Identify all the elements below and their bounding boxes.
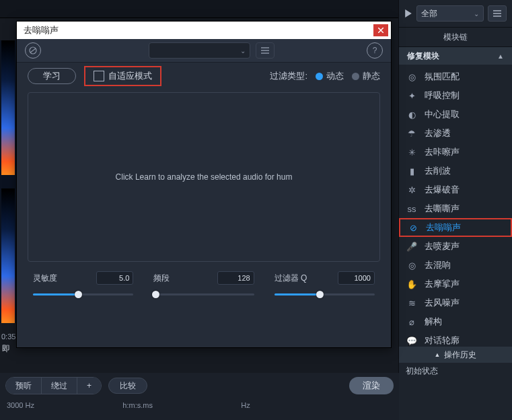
module-icon: ✲ bbox=[406, 185, 418, 195]
dialog-titlebar: 去嗡嗡声 bbox=[17, 22, 391, 39]
module-label: 氛围匹配 bbox=[425, 71, 460, 83]
status-hz-left: 3000 Hz bbox=[7, 401, 34, 409]
module-item-7[interactable]: ss去嘶嘶声 bbox=[399, 199, 512, 218]
filter-dynamic-label: 动态 bbox=[326, 70, 344, 82]
sensitivity-slider: 灵敏度 5.0 bbox=[33, 271, 133, 298]
category-dropdown[interactable]: 全部 ⌄ bbox=[416, 5, 484, 22]
filterq-value[interactable]: 1000 bbox=[338, 271, 375, 285]
help-icon[interactable]: ? bbox=[367, 42, 383, 59]
module-label: 中心提取 bbox=[425, 108, 460, 120]
play-icon[interactable] bbox=[404, 9, 412, 18]
svg-marker-0 bbox=[405, 9, 412, 18]
status-hz-right: Hz bbox=[241, 401, 250, 409]
module-item-9[interactable]: 🎤去喷麦声 bbox=[399, 237, 512, 256]
analysis-graph: Click Learn to analyze the selected audi… bbox=[28, 92, 380, 262]
module-label: 呼吸控制 bbox=[425, 90, 460, 102]
module-item-10[interactable]: ◎去混响 bbox=[399, 256, 512, 275]
module-icon: ss bbox=[406, 204, 418, 214]
repair-modules-header[interactable]: 修复模块 ▲ bbox=[399, 47, 512, 65]
waveform-ticks bbox=[0, 0, 399, 18]
preset-dropdown[interactable]: ⌄ bbox=[149, 42, 250, 59]
module-list: ◎氛围匹配✦呼吸控制◐中心提取☂去渗透✳去咔嚓声▮去削波✲去爆破音ss去嘶嘶声⊘… bbox=[399, 65, 512, 353]
waveform-ruler bbox=[0, 0, 399, 18]
spectro-thumb-2 bbox=[1, 188, 15, 323]
dialog-toolbar: ⌄ ? bbox=[17, 39, 391, 63]
slider-thumb-icon[interactable] bbox=[75, 291, 82, 298]
module-icon: ◎ bbox=[406, 72, 418, 82]
module-icon: ✋ bbox=[406, 279, 418, 289]
list-menu-button[interactable] bbox=[488, 5, 507, 22]
module-chain-header[interactable]: 模块链 bbox=[399, 28, 512, 47]
filter-static-radio[interactable]: 静态 bbox=[352, 70, 380, 82]
bands-track[interactable] bbox=[153, 290, 254, 298]
module-item-8[interactable]: ⊘去嗡嗡声 bbox=[399, 218, 512, 237]
bands-value[interactable]: 128 bbox=[217, 271, 254, 285]
module-item-4[interactable]: ✳去咔嚓声 bbox=[399, 143, 512, 162]
dialog-title: 去嗡嗡声 bbox=[24, 24, 59, 36]
module-label: 去渗透 bbox=[425, 127, 451, 139]
module-icon: ☂ bbox=[406, 129, 418, 139]
module-item-13[interactable]: ⌀解构 bbox=[399, 312, 512, 331]
history-item[interactable]: 初始状态 bbox=[399, 363, 512, 380]
history-header[interactable]: ▲ 操作历史 bbox=[399, 347, 512, 363]
graph-hint: Click Learn to analyze the selected audi… bbox=[116, 172, 293, 182]
close-button[interactable] bbox=[373, 24, 388, 36]
module-item-1[interactable]: ✦呼吸控制 bbox=[399, 86, 512, 105]
filterq-slider: 过滤器 Q 1000 bbox=[275, 271, 375, 298]
sensitivity-value[interactable]: 5.0 bbox=[96, 271, 133, 285]
module-label: 去喷麦声 bbox=[425, 240, 460, 252]
module-icon: ◎ bbox=[406, 260, 418, 271]
slider-thumb-icon[interactable] bbox=[316, 291, 324, 298]
module-icon[interactable] bbox=[25, 42, 41, 59]
module-item-3[interactable]: ☂去渗透 bbox=[399, 124, 512, 143]
de-hum-dialog: 去嗡嗡声 ⌄ ? 学习 自适应模式 过滤类型: 动态 静态 bbox=[16, 21, 392, 348]
preset-menu-button[interactable] bbox=[256, 42, 275, 59]
module-item-12[interactable]: ≋去风噪声 bbox=[399, 293, 512, 312]
module-item-5[interactable]: ▮去削波 bbox=[399, 162, 512, 180]
module-label: 去嗡嗡声 bbox=[426, 221, 461, 234]
repair-modules-label: 修复模块 bbox=[407, 50, 439, 62]
sensitivity-track[interactable] bbox=[33, 290, 133, 298]
status-bar: 预听 绕过 + 比较 渲染 3000 Hz h:m:s.ms Hz bbox=[0, 373, 399, 420]
module-label: 去风噪声 bbox=[425, 297, 460, 309]
side-label: 即 bbox=[2, 343, 10, 355]
module-label: 去嘶嘶声 bbox=[425, 203, 460, 215]
category-dropdown-label: 全部 bbox=[421, 8, 437, 20]
adaptive-mode-label: 自适应模式 bbox=[108, 70, 152, 82]
adaptive-mode-checkbox[interactable]: 自适应模式 bbox=[84, 66, 161, 86]
spectrogram-thumbs bbox=[0, 40, 16, 323]
module-item-6[interactable]: ✲去爆破音 bbox=[399, 180, 512, 199]
add-button[interactable]: + bbox=[77, 378, 101, 394]
module-label: 去削波 bbox=[425, 165, 451, 177]
filterq-track[interactable] bbox=[275, 290, 375, 298]
radio-dot-icon bbox=[352, 73, 359, 80]
module-item-2[interactable]: ◐中心提取 bbox=[399, 105, 512, 124]
filter-type-label: 过滤类型: bbox=[270, 70, 307, 82]
filter-type-group: 过滤类型: 动态 静态 bbox=[270, 70, 380, 82]
module-item-11[interactable]: ✋去摩挲声 bbox=[399, 275, 512, 293]
right-panel: 全部 ⌄ 模块链 修复模块 ▲ ◎氛围匹配✦呼吸控制◐中心提取☂去渗透✳去咔嚓声… bbox=[398, 0, 512, 420]
module-icon: ✳ bbox=[406, 147, 418, 158]
bypass-button[interactable]: 绕过 bbox=[42, 378, 77, 394]
history-section: ▲ 操作历史 初始状态 bbox=[399, 347, 512, 380]
render-button[interactable]: 渲染 bbox=[349, 377, 394, 394]
filterq-label: 过滤器 Q bbox=[275, 273, 307, 284]
module-label: 解构 bbox=[425, 316, 442, 328]
module-label: 去咔嚓声 bbox=[425, 146, 460, 158]
filter-static-label: 静态 bbox=[363, 70, 380, 82]
module-icon: ✦ bbox=[406, 91, 418, 101]
filter-dynamic-radio[interactable]: 动态 bbox=[316, 70, 344, 82]
chevron-down-icon: ⌄ bbox=[474, 10, 479, 18]
module-item-0[interactable]: ◎氛围匹配 bbox=[399, 67, 512, 86]
slider-thumb-icon[interactable] bbox=[152, 291, 159, 298]
preview-button[interactable]: 预听 bbox=[6, 378, 42, 394]
compare-button[interactable]: 比较 bbox=[108, 378, 147, 394]
module-icon: 💬 bbox=[406, 336, 418, 346]
module-icon: 🎤 bbox=[406, 242, 418, 252]
module-icon: ≋ bbox=[406, 298, 418, 308]
module-label: 对话轮廓 bbox=[425, 335, 460, 347]
learn-button[interactable]: 学习 bbox=[28, 68, 76, 84]
module-icon: ⌀ bbox=[406, 317, 418, 327]
collapse-icon: ▲ bbox=[497, 53, 504, 60]
svg-line-7 bbox=[30, 48, 36, 53]
